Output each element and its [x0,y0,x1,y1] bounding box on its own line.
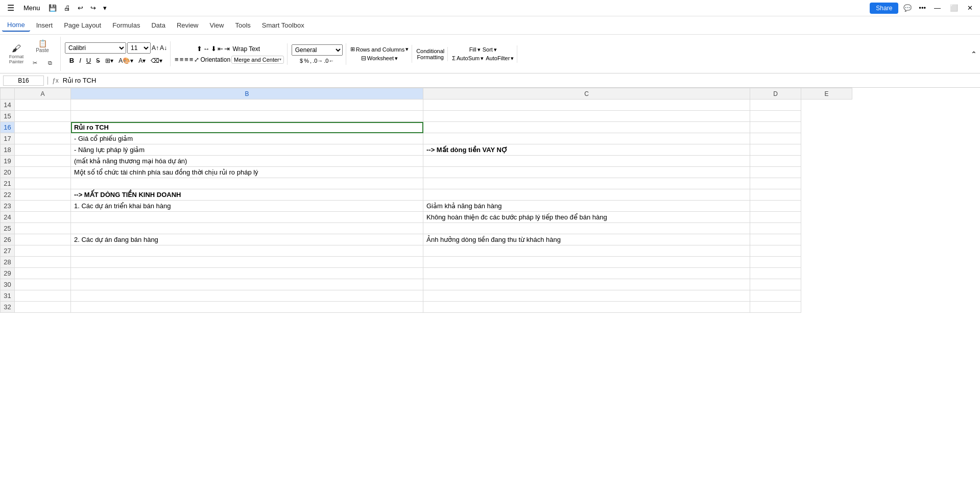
percent-button[interactable]: % [304,58,309,64]
col-header-A[interactable]: A [15,88,71,100]
row-num-21[interactable]: 21 [1,178,15,189]
cell-a-23[interactable] [15,201,71,212]
cell-c-19[interactable] [423,156,750,167]
row-num-23[interactable]: 23 [1,201,15,212]
menu-icon[interactable]: ☰ [4,2,17,14]
cell-a-19[interactable] [15,156,71,167]
cell-d-29[interactable] [750,268,801,279]
cell-d-14[interactable] [750,100,801,111]
cell-a-21[interactable] [15,178,71,189]
maximize-icon[interactable]: ⬜ [947,3,961,13]
cell-d-17[interactable] [750,133,801,144]
cell-a-26[interactable] [15,234,71,245]
row-num-15[interactable]: 15 [1,111,15,122]
text-direction-button[interactable]: ⤢ [194,56,199,63]
copy-button[interactable]: ⧉ [43,56,57,70]
menu-item-formulas[interactable]: Formulas [107,19,145,31]
cell-d-27[interactable] [750,245,801,257]
cell-a-24[interactable] [15,212,71,223]
cell-b-22[interactable]: --> MẤT DÒNG TIỀN KINH DOANH [71,189,423,201]
save-icon[interactable]: 💾 [46,3,59,13]
cell-a-20[interactable] [15,167,71,178]
cell-c-26[interactable]: Ảnh hưởng dòng tiền đang thu từ khách hà… [423,234,750,245]
cell-d-28[interactable] [750,257,801,268]
cell-c-31[interactable] [423,290,750,302]
cell-a-14[interactable] [15,100,71,111]
cell-d-20[interactable] [750,167,801,178]
cell-b-32[interactable] [71,302,423,313]
cell-c-29[interactable] [423,268,750,279]
cell-a-30[interactable] [15,279,71,290]
cell-c-23[interactable]: Giảm khả năng bán hàng [423,201,750,212]
font-increase-button[interactable]: A↑ [152,44,159,52]
cell-b-21[interactable] [71,178,423,189]
cell-d-19[interactable] [750,156,801,167]
wrap-text-button[interactable]: Wrap Text [231,44,262,54]
comment-icon[interactable]: 💬 [901,3,914,13]
cell-b-20[interactable]: Một số tổ chức tài chính phía sau đồng t… [71,167,423,178]
increase-decimal-button[interactable]: .0→ [313,58,323,64]
cell-a-27[interactable] [15,245,71,257]
cell-a-22[interactable] [15,189,71,201]
cell-b-16[interactable]: Rủi ro TCH [71,122,423,133]
cell-b-17[interactable]: - Giá cổ phiếu giảm [71,133,423,144]
fill-button[interactable]: Fill▾ [469,46,481,53]
row-num-30[interactable]: 30 [1,279,15,290]
sort-button[interactable]: Sort▾ [483,46,497,53]
cell-a-31[interactable] [15,290,71,302]
more-options-icon[interactable]: ••• [917,3,928,13]
indent-increase-button[interactable]: ⇥ [224,45,230,53]
align-middle-button[interactable]: ↔ [203,45,210,53]
menu-item-review[interactable]: Review [172,19,204,31]
menu-item-home[interactable]: Home [2,19,30,32]
collapse-ribbon[interactable]: ⌃ [971,50,977,58]
italic-button[interactable]: I [77,56,83,65]
cell-c-32[interactable] [423,302,750,313]
cell-c-15[interactable] [423,111,750,122]
menu-item-smart-toolbox[interactable]: Smart Toolbox [257,19,309,31]
number-format-select[interactable]: General [292,44,343,56]
border-button[interactable]: ⊞▾ [103,56,115,65]
row-num-29[interactable]: 29 [1,268,15,279]
cell-d-23[interactable] [750,201,801,212]
cell-reference-box[interactable] [3,76,44,86]
cell-b-29[interactable] [71,268,423,279]
close-icon[interactable]: ✕ [964,3,976,13]
more-icon[interactable]: ▾ [101,3,109,13]
cell-c-21[interactable] [423,178,750,189]
cell-a-29[interactable] [15,268,71,279]
worksheet-button[interactable]: Worksheet▾ [367,55,398,62]
cell-d-24[interactable] [750,212,801,223]
format-painter-button[interactable]: 🖌 Format Painter [6,41,27,67]
font-color-button[interactable]: A▾ [136,56,148,65]
align-bottom-button[interactable]: ⬇ [211,45,217,53]
align-top-button[interactable]: ⬆ [197,45,202,53]
cell-c-20[interactable] [423,167,750,178]
merge-center-button[interactable]: Merge and Center▾ [231,56,284,64]
col-header-B[interactable]: B [71,88,423,100]
row-num-28[interactable]: 28 [1,257,15,268]
orientation-button[interactable]: Orientation [200,56,230,63]
autofilter-button[interactable]: AutoFilter▾ [486,55,514,62]
cell-c-18[interactable]: --> Mất dòng tiền VAY NỢ [423,144,750,156]
conditional-format-button[interactable]: Conditional Formatting [416,48,444,60]
cell-a-18[interactable] [15,144,71,156]
row-num-18[interactable]: 18 [1,144,15,156]
row-num-26[interactable]: 26 [1,234,15,245]
fill-color-button[interactable]: A🎨▾ [116,56,135,65]
cell-d-22[interactable] [750,189,801,201]
cell-b-26[interactable]: 2. Các dự án đang bán hàng [71,234,423,245]
cell-c-25[interactable] [423,223,750,234]
menu-item-page-layout[interactable]: Page Layout [59,19,106,31]
cell-d-21[interactable] [750,178,801,189]
font-decrease-button[interactable]: A↓ [160,44,167,52]
indent-decrease-button[interactable]: ⇤ [218,45,223,53]
paste-button[interactable]: 📋 Paste [28,38,57,55]
col-header-D[interactable]: D [750,88,801,100]
sheet-grid[interactable]: ABCDE141516Rủi ro TCH17- Giá cổ phiếu gi… [0,88,980,495]
menu-item-data[interactable]: Data [146,19,170,31]
row-num-17[interactable]: 17 [1,133,15,144]
cell-b-23[interactable]: 1. Các dự án triển khai bán hàng [71,201,423,212]
cell-a-15[interactable] [15,111,71,122]
cell-a-32[interactable] [15,302,71,313]
